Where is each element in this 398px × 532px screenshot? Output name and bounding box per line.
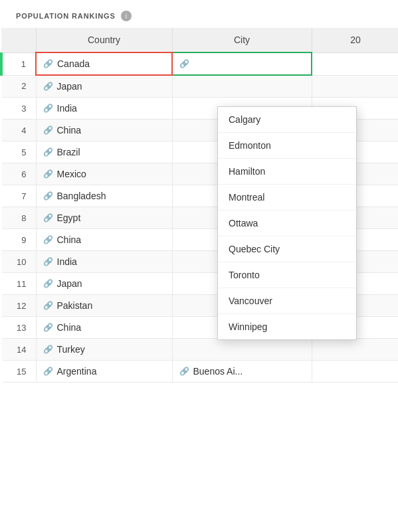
- year-cell: [312, 75, 398, 98]
- link-icon: 🔗: [43, 257, 53, 266]
- rank-cell: 8: [1, 207, 36, 229]
- country-name: China: [57, 234, 82, 245]
- link-icon: 🔗: [43, 147, 53, 157]
- table-header-row: Country City 20: [1, 28, 398, 52]
- country-name: China: [57, 125, 82, 135]
- country-name: Japan: [57, 81, 82, 92]
- link-icon: 🔗: [43, 279, 53, 288]
- link-icon: 🔗: [43, 323, 53, 332]
- country-cell[interactable]: 🔗Canada: [36, 52, 172, 75]
- rank-cell: 12: [1, 295, 36, 317]
- page-container: POPULATION RANKINGS i Country City 20: [0, 0, 398, 532]
- table-row: 14🔗Turkey: [1, 339, 398, 361]
- city-cell[interactable]: [172, 75, 312, 98]
- rank-cell: 14: [1, 339, 36, 361]
- country-name: India: [57, 256, 77, 267]
- link-icon: 🔗: [43, 82, 53, 91]
- country-cell[interactable]: 🔗Egypt: [36, 207, 172, 229]
- dropdown-item[interactable]: Ottawa: [218, 211, 356, 236]
- rank-cell: 9: [1, 229, 36, 251]
- country-cell[interactable]: 🔗Mexico: [36, 163, 172, 185]
- link-icon: 🔗: [43, 235, 53, 244]
- rank-cell: 7: [1, 185, 36, 207]
- table-wrapper: Country City 20 1🔗Canada🔗2🔗Japan3🔗India4…: [0, 28, 398, 383]
- table-row: 1🔗Canada🔗: [1, 52, 398, 75]
- country-cell[interactable]: 🔗Argentina: [36, 361, 172, 383]
- country-cell[interactable]: 🔗China: [36, 229, 172, 251]
- rank-cell: 3: [1, 98, 36, 120]
- rank-cell: 11: [1, 273, 36, 295]
- country-cell[interactable]: 🔗India: [36, 251, 172, 273]
- country-cell[interactable]: 🔗Japan: [36, 273, 172, 295]
- country-name: Bangladesh: [57, 191, 106, 201]
- rank-cell: 2: [1, 75, 36, 98]
- country-name: Turkey: [57, 344, 85, 355]
- rank-cell: 6: [1, 163, 36, 185]
- link-icon: 🔗: [43, 59, 53, 68]
- country-cell[interactable]: 🔗Turkey: [36, 339, 172, 361]
- country-name: Argentina: [57, 366, 97, 377]
- country-name: Brazil: [57, 147, 80, 157]
- link-icon: 🔗: [43, 126, 53, 135]
- country-cell[interactable]: 🔗India: [36, 98, 172, 120]
- link-icon: 🔗: [43, 191, 53, 201]
- info-icon[interactable]: i: [121, 11, 132, 21]
- table-row: 15🔗Argentina🔗Buenos Ai...: [1, 361, 398, 383]
- link-icon: 🔗: [43, 104, 53, 113]
- dropdown-item[interactable]: Toronto: [218, 262, 356, 288]
- country-name: Japan: [57, 278, 82, 289]
- city-input[interactable]: [193, 58, 304, 69]
- country-name: India: [57, 103, 77, 114]
- year-cell: [312, 52, 398, 75]
- col-header-rank: [1, 28, 36, 52]
- link-icon: 🔗: [43, 169, 53, 179]
- country-cell[interactable]: 🔗Brazil: [36, 141, 172, 163]
- country-cell[interactable]: 🔗China: [36, 120, 172, 141]
- link-icon: 🔗: [43, 301, 53, 310]
- city-cell[interactable]: 🔗: [172, 52, 312, 75]
- country-name: China: [57, 322, 82, 333]
- table-row: 2🔗Japan: [1, 75, 398, 98]
- country-cell[interactable]: 🔗China: [36, 317, 172, 339]
- dropdown-item[interactable]: Calgary: [218, 107, 356, 133]
- country-name: Canada: [57, 58, 90, 69]
- country-name: Mexico: [57, 169, 86, 179]
- link-icon: 🔗: [43, 213, 53, 222]
- dropdown-item[interactable]: Quebec City: [218, 236, 356, 262]
- country-cell[interactable]: 🔗Bangladesh: [36, 185, 172, 207]
- link-icon: 🔗: [179, 367, 189, 376]
- page-title: POPULATION RANKINGS: [16, 12, 116, 20]
- city-cell[interactable]: [172, 339, 312, 361]
- col-header-year: 20: [312, 28, 398, 52]
- page-header: POPULATION RANKINGS i: [0, 11, 398, 28]
- link-icon: 🔗: [43, 345, 53, 354]
- col-header-country: Country: [36, 28, 172, 52]
- rank-cell: 10: [1, 251, 36, 273]
- link-icon: 🔗: [179, 59, 189, 68]
- city-name: Buenos Ai...: [193, 366, 243, 377]
- col-header-city: City: [172, 28, 312, 52]
- dropdown-item[interactable]: Winnipeg: [218, 314, 356, 339]
- city-dropdown: CalgaryEdmontonHamiltonMontrealOttawaQue…: [217, 106, 357, 340]
- country-name: Pakistan: [57, 300, 93, 311]
- dropdown-item[interactable]: Vancouver: [218, 288, 356, 314]
- rank-cell: 1: [1, 52, 36, 75]
- link-icon: 🔗: [43, 367, 53, 376]
- dropdown-item[interactable]: Hamilton: [218, 159, 356, 185]
- rank-cell: 5: [1, 141, 36, 163]
- dropdown-item[interactable]: Edmonton: [218, 133, 356, 159]
- country-name: Egypt: [57, 213, 81, 223]
- dropdown-item[interactable]: Montreal: [218, 185, 356, 211]
- country-cell[interactable]: 🔗Pakistan: [36, 295, 172, 317]
- year-cell: [312, 339, 398, 361]
- rank-cell: 4: [1, 120, 36, 141]
- year-cell: [312, 361, 398, 383]
- city-cell[interactable]: 🔗Buenos Ai...: [172, 361, 312, 383]
- country-cell[interactable]: 🔗Japan: [36, 75, 172, 98]
- rank-cell: 15: [1, 361, 36, 383]
- rank-cell: 13: [1, 317, 36, 339]
